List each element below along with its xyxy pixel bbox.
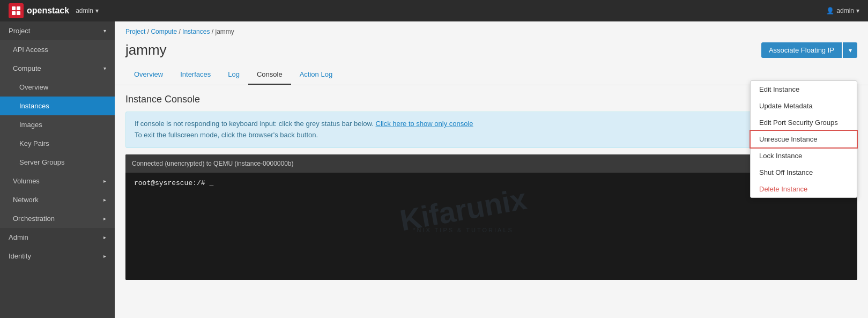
sidebar-item-server-groups[interactable]: Server Groups — [0, 153, 115, 172]
sidebar-admin-label: Admin — [9, 233, 28, 241]
user-menu-trigger[interactable]: 👤 admin ▾ — [826, 7, 859, 14]
sidebar-project-label: Project — [9, 27, 30, 35]
svg-rect-3 — [17, 11, 20, 15]
topbar-left: openstack admin ▾ — [9, 3, 99, 18]
sidebar-item-network[interactable]: Network ▸ — [0, 190, 115, 209]
section-title: Instance Console — [125, 94, 857, 105]
action-dropdown-button[interactable]: ▾ — [843, 42, 857, 58]
console-bar: Connected (unencrypted) to QEMU (instanc… — [125, 154, 857, 173]
sidebar-compute-label: Compute — [13, 64, 41, 72]
admin-label: admin — [76, 7, 93, 14]
dropdown-update-metadata[interactable]: Update Metadata — [751, 98, 857, 114]
associate-floating-ip-button[interactable]: Associate Floating IP — [761, 42, 842, 58]
dropdown-unrescue-instance[interactable]: Unrescue Instance — [751, 131, 857, 147]
svg-rect-0 — [12, 6, 16, 10]
info-text-1: If console is not responding to keyboard… — [135, 120, 374, 128]
logo-text: openstack — [27, 6, 69, 16]
sidebar: Project ▾ API Access Compute ▾ Overview … — [0, 21, 115, 318]
sidebar-network-label: Network — [13, 196, 39, 204]
info-text-2: To exit the fullscreen mode, click the b… — [135, 131, 318, 139]
sidebar-instances-label: Instances — [19, 102, 49, 110]
breadcrumb-instances[interactable]: Instances — [182, 28, 210, 35]
user-label: admin — [836, 7, 854, 14]
sidebar-item-project[interactable]: Project ▾ — [0, 21, 115, 40]
user-chevron: ▾ — [856, 7, 859, 14]
sidebar-item-instances[interactable]: Instances — [0, 97, 115, 115]
info-box: If console is not responding to keyboard… — [125, 112, 857, 148]
breadcrumb-project[interactable]: Project — [125, 28, 145, 35]
breadcrumb: Project / Compute / Instances / jammy — [115, 21, 868, 38]
sidebar-item-orchestration[interactable]: Orchestration ▸ — [0, 209, 115, 228]
admin-chevron: ▾ — [95, 7, 99, 14]
orchestration-chevron: ▸ — [103, 216, 106, 221]
sidebar-item-images[interactable]: Images — [0, 115, 115, 134]
breadcrumb-current: jammy — [215, 28, 234, 35]
console-terminal[interactable]: root@sysrescue:/# _ — [125, 173, 857, 280]
identity-chevron: ▸ — [103, 253, 106, 259]
volumes-chevron: ▸ — [103, 178, 106, 184]
sidebar-api-label: API Access — [13, 46, 48, 54]
terminal-prompt: root@sysrescue:/# _ — [134, 179, 213, 187]
tab-log[interactable]: Log — [219, 65, 248, 85]
svg-rect-2 — [12, 11, 16, 15]
svg-rect-1 — [17, 6, 20, 10]
logo: openstack — [9, 3, 69, 18]
sidebar-orchestration-label: Orchestration — [13, 215, 55, 223]
sidebar-images-label: Images — [19, 121, 42, 129]
admin-menu-trigger[interactable]: admin ▾ — [76, 7, 99, 14]
logo-icon — [9, 3, 24, 18]
topbar: openstack admin ▾ 👤 admin ▾ — [0, 0, 868, 21]
layout: Project ▾ API Access Compute ▾ Overview … — [0, 21, 868, 318]
dropdown-lock-instance[interactable]: Lock Instance — [751, 147, 857, 164]
dropdown-shut-off-instance[interactable]: Shut Off Instance — [751, 164, 857, 181]
dropdown-edit-instance[interactable]: Edit Instance — [751, 81, 857, 98]
compute-chevron: ▾ — [103, 65, 106, 71]
breadcrumb-compute[interactable]: Compute — [151, 28, 177, 35]
admin-chevron-icon: ▸ — [103, 234, 106, 240]
tab-interfaces[interactable]: Interfaces — [172, 65, 219, 85]
sidebar-volumes-label: Volumes — [13, 177, 40, 185]
sidebar-item-identity[interactable]: Identity ▸ — [0, 247, 115, 265]
sidebar-identity-label: Identity — [9, 252, 31, 260]
tab-console[interactable]: Console — [248, 65, 291, 85]
sidebar-keypairs-label: Key Pairs — [19, 139, 49, 147]
tab-overview[interactable]: Overview — [125, 65, 172, 85]
sidebar-item-overview[interactable]: Overview — [0, 78, 115, 97]
user-icon: 👤 — [826, 7, 834, 14]
dropdown-menu: Edit Instance Update Metadata Edit Port … — [750, 80, 857, 198]
show-console-link[interactable]: Click here to show only console — [376, 120, 473, 128]
sidebar-item-key-pairs[interactable]: Key Pairs — [0, 134, 115, 153]
console-status: Connected (unencrypted) to QEMU (instanc… — [132, 160, 294, 167]
header-actions: Associate Floating IP ▾ — [761, 42, 857, 58]
sidebar-item-api-access[interactable]: API Access — [0, 40, 115, 59]
dropdown-edit-port-security[interactable]: Edit Port Security Groups — [751, 114, 857, 131]
sidebar-servergroups-label: Server Groups — [19, 158, 65, 166]
tab-action-log[interactable]: Action Log — [291, 65, 341, 85]
network-chevron: ▸ — [103, 197, 106, 203]
console-wrapper: Connected (unencrypted) to QEMU (instanc… — [125, 154, 857, 280]
page-title: jammy — [125, 42, 167, 58]
project-chevron: ▾ — [103, 28, 106, 34]
page-header: jammy Associate Floating IP ▾ — [115, 38, 868, 65]
dropdown-delete-instance[interactable]: Delete Instance — [751, 181, 857, 197]
sidebar-item-volumes[interactable]: Volumes ▸ — [0, 172, 115, 190]
sidebar-item-admin[interactable]: Admin ▸ — [0, 228, 115, 247]
sidebar-item-compute[interactable]: Compute ▾ — [0, 59, 115, 78]
sidebar-overview-label: Overview — [19, 83, 48, 91]
